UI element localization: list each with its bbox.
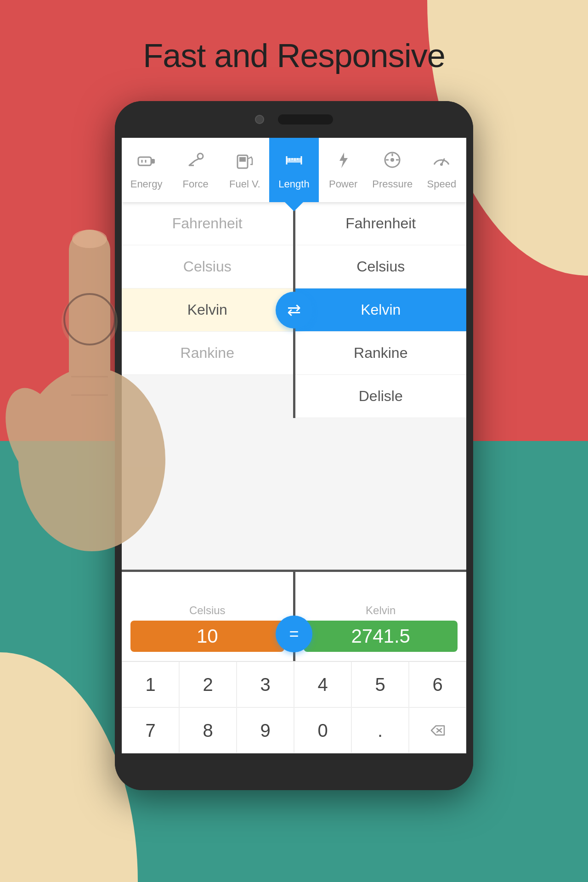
tab-length[interactable]: Length xyxy=(269,138,318,202)
svg-rect-1 xyxy=(151,159,155,164)
tab-length-label: Length xyxy=(278,178,309,190)
length-icon xyxy=(284,150,304,175)
equals-icon: = xyxy=(289,624,299,644)
key-8[interactable]: 8 xyxy=(179,707,237,753)
nav-tabs: Energy Force xyxy=(122,138,466,202)
key-1[interactable]: 1 xyxy=(122,662,179,707)
key-6[interactable]: 6 xyxy=(409,662,466,707)
tab-speed[interactable]: Speed xyxy=(417,138,466,202)
to-unit-celsius[interactable]: Celsius xyxy=(295,245,467,288)
phone-speaker xyxy=(278,114,333,124)
tab-power[interactable]: Power xyxy=(319,138,368,202)
phone-camera xyxy=(255,115,264,124)
svg-rect-0 xyxy=(138,157,151,165)
phone-screen: Energy Force xyxy=(122,138,466,753)
key-7[interactable]: 7 xyxy=(122,707,179,753)
to-column: Fahrenheit Celsius Kelvin Rankine Delisl… xyxy=(295,202,467,418)
value-to: Kelvin 2741.5 xyxy=(295,572,467,661)
energy-icon xyxy=(136,150,157,175)
key-backspace[interactable] xyxy=(409,707,466,753)
to-unit-delisle[interactable]: Delisle xyxy=(295,375,467,418)
svg-point-17 xyxy=(390,158,394,162)
equals-button[interactable]: = xyxy=(276,616,312,652)
svg-rect-7 xyxy=(239,157,246,162)
tab-force[interactable]: Force xyxy=(171,138,220,202)
speed-icon xyxy=(431,150,452,175)
power-icon xyxy=(333,150,353,175)
phone-bottom-bar xyxy=(115,753,473,790)
svg-point-4 xyxy=(198,153,203,159)
svg-point-19 xyxy=(440,163,443,166)
tab-fuel-label: Fuel V. xyxy=(229,178,260,190)
from-column: Fahrenheit Celsius Kelvin Rankine xyxy=(122,202,295,418)
tab-speed-label: Speed xyxy=(427,178,457,190)
from-unit-kelvin[interactable]: Kelvin xyxy=(122,288,293,332)
from-unit-fahrenheit[interactable]: Fahrenheit xyxy=(122,202,293,245)
phone-frame: Energy Force xyxy=(115,101,473,790)
tab-power-label: Power xyxy=(329,178,357,190)
value-from-label: Celsius xyxy=(189,604,226,617)
tab-force-label: Force xyxy=(183,178,209,190)
tab-pressure[interactable]: Pressure xyxy=(368,138,417,202)
tab-pressure-label: Pressure xyxy=(372,178,413,190)
numpad: 1 2 3 4 5 6 7 8 9 0 . xyxy=(122,662,466,753)
key-9[interactable]: 9 xyxy=(237,707,294,753)
value-to-number: 2741.5 xyxy=(304,621,458,652)
value-area-wrapper: Celsius 10 Kelvin 2741.5 = xyxy=(122,570,466,662)
to-unit-kelvin[interactable]: Kelvin xyxy=(295,288,467,332)
svg-marker-15 xyxy=(339,153,348,168)
phone-top-bar xyxy=(115,101,473,138)
value-from-number: 10 xyxy=(130,621,284,652)
unit-picker: Fahrenheit Celsius Kelvin Rankine ⇄ Fahr… xyxy=(122,202,466,418)
from-unit-celsius[interactable]: Celsius xyxy=(122,245,293,288)
swap-icon: ⇄ xyxy=(287,300,301,320)
to-unit-fahrenheit[interactable]: Fahrenheit xyxy=(295,202,467,245)
tab-energy[interactable]: Energy xyxy=(122,138,171,202)
key-0[interactable]: 0 xyxy=(294,707,351,753)
value-from: Celsius 10 xyxy=(122,572,295,661)
key-2[interactable]: 2 xyxy=(179,662,237,707)
tab-fuel[interactable]: Fuel V. xyxy=(220,138,269,202)
content-area: Fahrenheit Celsius Kelvin Rankine ⇄ Fahr… xyxy=(122,202,466,753)
svg-rect-8 xyxy=(287,158,301,163)
key-5[interactable]: 5 xyxy=(351,662,409,707)
pressure-icon xyxy=(382,150,402,175)
unit-picker-wrapper: Fahrenheit Celsius Kelvin Rankine ⇄ Fahr… xyxy=(122,202,466,570)
to-unit-rankine[interactable]: Rankine xyxy=(295,332,467,375)
value-to-label: Kelvin xyxy=(366,604,396,617)
key-3[interactable]: 3 xyxy=(237,662,294,707)
force-icon xyxy=(186,150,206,175)
page-title: Fast and Responsive xyxy=(0,37,588,74)
key-decimal[interactable]: . xyxy=(351,707,409,753)
key-4[interactable]: 4 xyxy=(294,662,351,707)
from-unit-rankine[interactable]: Rankine xyxy=(122,332,293,375)
fuel-icon xyxy=(235,150,255,175)
swap-button[interactable]: ⇄ xyxy=(276,292,312,328)
tab-energy-label: Energy xyxy=(130,178,163,190)
